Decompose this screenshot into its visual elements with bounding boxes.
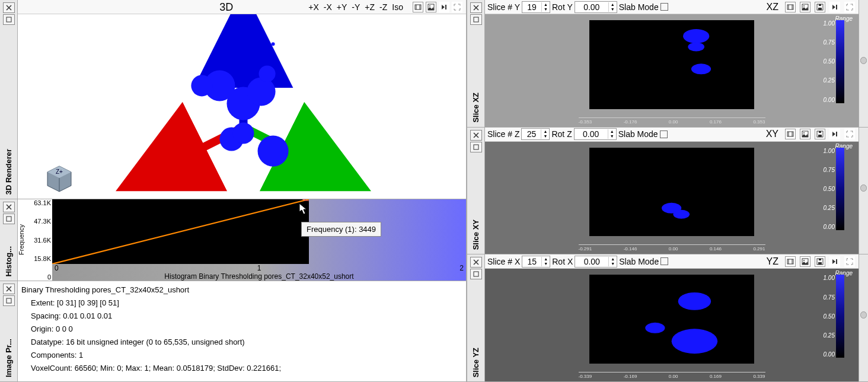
film-icon[interactable] — [785, 129, 796, 139]
slice-num-spinner[interactable]: ▲▼ — [521, 128, 550, 140]
plane-label: XZ — [767, 2, 778, 12]
close-icon[interactable] — [3, 284, 15, 294]
tab-slice-xy[interactable]: Slice XY — [471, 217, 480, 252]
spin-down-icon[interactable]: ▼ — [542, 262, 550, 266]
spin-up-icon[interactable]: ▲ — [609, 257, 617, 262]
rot-spinner[interactable]: ▲▼ — [575, 1, 617, 13]
image-icon[interactable] — [800, 2, 810, 12]
viewport-3d[interactable]: Z+ — [18, 14, 466, 199]
nav-iso[interactable]: Iso — [392, 2, 403, 12]
image-icon[interactable] — [800, 256, 810, 267]
slab-checkbox[interactable] — [660, 257, 668, 265]
props-datatype: Datatype: 16 bit unsigned integer (0 to … — [21, 336, 462, 349]
save-icon[interactable] — [815, 129, 825, 139]
slice-viewport-xy[interactable]: Range 1.000.750.500.250.00 -0.291-0.1460… — [485, 142, 859, 254]
close-icon[interactable] — [3, 2, 15, 13]
slab-checkbox[interactable] — [660, 3, 668, 11]
slice-num-input[interactable] — [522, 2, 541, 12]
rot-input[interactable] — [575, 129, 608, 139]
svg-rect-59 — [818, 262, 822, 265]
slice-num-input[interactable] — [522, 257, 541, 266]
close-icon[interactable] — [470, 2, 482, 13]
props-extent: Extent: [0 31] [0 39] [0 51] — [21, 297, 462, 310]
fullscreen-icon[interactable] — [452, 2, 462, 12]
film-icon[interactable] — [413, 2, 423, 12]
spin-up-icon[interactable]: ▲ — [609, 2, 617, 7]
film-icon[interactable] — [785, 2, 796, 12]
rot-input[interactable] — [575, 257, 608, 266]
spin-down-icon[interactable]: ▼ — [541, 134, 549, 139]
rot-input[interactable] — [575, 2, 608, 12]
maximize-icon[interactable] — [470, 269, 482, 279]
hist-ylabel: Frequency — [18, 199, 28, 281]
nav-plus-y[interactable]: +Y — [337, 2, 347, 12]
props-spacing: Spacing: 0.01 0.01 0.01 — [21, 310, 462, 323]
nav-plus-z[interactable]: +Z — [365, 2, 375, 12]
rot-spinner[interactable]: ▲▼ — [574, 128, 617, 140]
maximize-icon[interactable] — [3, 14, 15, 25]
slice-num-spinner[interactable]: ▲▼ — [522, 256, 550, 268]
image-icon[interactable] — [426, 2, 436, 12]
fullscreen-icon[interactable] — [844, 2, 855, 12]
toolbar-3d: 3D +X -X +Y -Y +Z -Z Iso — [18, 0, 466, 14]
svg-point-32 — [803, 5, 805, 7]
spin-up-icon[interactable]: ▲ — [608, 129, 616, 134]
colorbar — [836, 275, 844, 358]
maximize-icon[interactable] — [470, 14, 482, 25]
maximize-icon[interactable] — [470, 142, 482, 152]
slice-viewport-xz[interactable]: Range 1.000.750.500.250.00 -0.353-0.1760… — [485, 14, 859, 127]
save-icon[interactable] — [815, 2, 825, 12]
tab-slice-xz[interactable]: Slice XZ — [471, 90, 480, 125]
histogram-chart[interactable]: Frequency 63.1K47.3K31.6K15.8K0 012 Hist… — [18, 199, 466, 281]
svg-rect-47 — [818, 135, 822, 137]
slice-num-spinner[interactable]: ▲▼ — [522, 1, 550, 13]
nav-minus-z[interactable]: -Z — [379, 2, 387, 12]
close-icon[interactable] — [3, 202, 15, 212]
skip-icon[interactable] — [829, 2, 840, 12]
tab-image-properties[interactable]: Image Pr... — [4, 336, 13, 380]
spin-up-icon[interactable]: ▲ — [542, 2, 550, 7]
skip-icon[interactable] — [829, 129, 840, 139]
slab-checkbox[interactable] — [660, 130, 668, 138]
svg-rect-23 — [7, 217, 11, 221]
orientation-cube[interactable]: Z+ — [44, 163, 74, 193]
close-icon[interactable] — [470, 257, 482, 268]
slab-label: Slab Mode — [618, 129, 658, 139]
nav-plus-x[interactable]: +X — [308, 2, 319, 12]
close-icon[interactable] — [470, 130, 482, 141]
svg-rect-48 — [819, 131, 821, 133]
skip-icon[interactable] — [439, 2, 449, 12]
spin-down-icon[interactable]: ▼ — [609, 262, 617, 266]
film-icon[interactable] — [785, 256, 796, 267]
spin-down-icon[interactable]: ▼ — [542, 7, 550, 12]
slice-scrollbar[interactable] — [859, 0, 868, 127]
tab-3d-renderer[interactable]: 3D Renderer — [4, 147, 13, 197]
slice-scrollbar[interactable] — [859, 128, 868, 254]
nav-minus-y[interactable]: -Y — [352, 2, 360, 12]
tab-histogram[interactable]: Histog... — [4, 244, 13, 279]
colorbar — [836, 20, 844, 103]
svg-point-5 — [429, 5, 430, 7]
nav-minus-x[interactable]: -X — [324, 2, 332, 12]
maximize-icon[interactable] — [3, 214, 15, 224]
svg-point-12 — [191, 75, 212, 96]
tab-slice-yz[interactable]: Slice YZ — [471, 345, 480, 380]
image-icon[interactable] — [800, 129, 810, 139]
spin-down-icon[interactable]: ▼ — [608, 134, 616, 139]
fullscreen-icon[interactable] — [844, 129, 855, 139]
skip-icon[interactable] — [829, 256, 840, 267]
save-icon[interactable] — [815, 256, 825, 267]
maximize-icon[interactable] — [3, 295, 15, 306]
fullscreen-icon[interactable] — [844, 256, 855, 267]
slice-num-label: Slice # Y — [487, 2, 520, 12]
spin-up-icon[interactable]: ▲ — [542, 257, 550, 262]
rot-spinner[interactable]: ▲▼ — [575, 256, 617, 268]
spin-up-icon[interactable]: ▲ — [541, 129, 549, 134]
svg-point-16 — [232, 123, 254, 144]
spin-down-icon[interactable]: ▼ — [609, 7, 617, 12]
svg-point-63 — [646, 323, 665, 333]
slice-num-input[interactable] — [522, 129, 541, 139]
svg-rect-34 — [818, 8, 822, 10]
slice-viewport-yz[interactable]: Range 1.000.750.500.250.00 -0.339-0.1690… — [485, 269, 859, 381]
slice-scrollbar[interactable] — [859, 254, 868, 381]
